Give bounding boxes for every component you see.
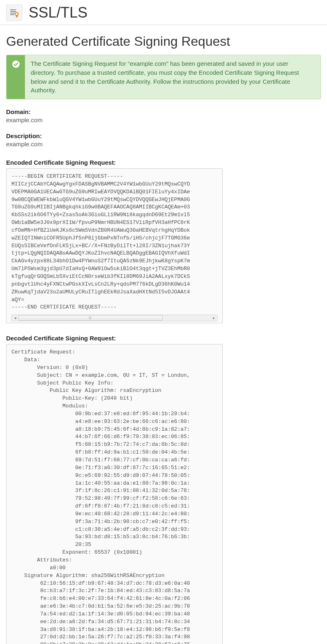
domain-value: example.com: [6, 116, 321, 123]
svg-point-5: [16, 13, 18, 15]
success-alert: The Certificate Signing Request for “exa…: [6, 55, 321, 99]
encoded-csr-text[interactable]: -----BEGIN CERTIFICATE REQUEST----- MIIC…: [11, 173, 217, 311]
svg-rect-0: [10, 9, 16, 10]
content-area: Generated Certificate Signing Request Th…: [0, 25, 327, 644]
svg-point-6: [12, 60, 20, 68]
scroll-left-arrow[interactable]: ◂: [12, 315, 18, 321]
scroll-right-arrow[interactable]: ▸: [211, 315, 217, 321]
decoded-csr-label: Decoded Certificate Signing Request:: [6, 335, 321, 342]
encoded-csr-label: Encoded Certificate Signing Request:: [6, 159, 321, 166]
success-check-icon: [7, 55, 25, 99]
encoded-scrollbar[interactable]: ◂ ▸: [11, 315, 217, 321]
decoded-csr-box[interactable]: Certificate Request: Data: Version: 0 (0…: [6, 344, 223, 644]
description-label: Description:: [6, 132, 321, 139]
alert-message: The Certificate Signing Request for “exa…: [25, 55, 320, 99]
description-value: example.com: [6, 141, 321, 148]
ssl-tls-icon: [6, 4, 22, 21]
page-title: SSL/TLS: [29, 4, 87, 21]
subtitle: Generated Certificate Signing Request: [6, 34, 321, 49]
domain-label: Domain:: [6, 108, 321, 115]
svg-rect-1: [10, 11, 16, 12]
encoded-csr-box[interactable]: -----BEGIN CERTIFICATE REQUEST----- MIIC…: [6, 168, 223, 323]
decoded-csr-text[interactable]: Certificate Request: Data: Version: 0 (0…: [11, 349, 217, 644]
page-header: SSL/TLS: [0, 0, 327, 25]
svg-rect-3: [10, 14, 14, 15]
